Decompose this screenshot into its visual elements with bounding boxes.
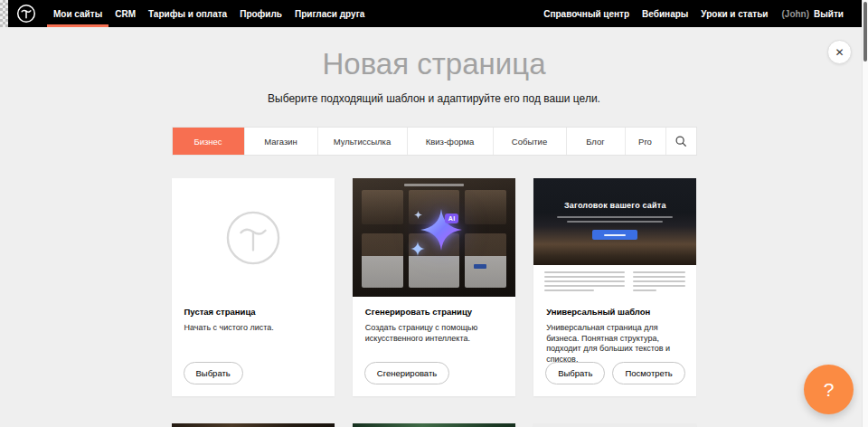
template-grid-row2 <box>172 423 697 427</box>
text-line-placeholder <box>633 285 686 287</box>
button-text-placeholder <box>604 234 626 236</box>
tab-multilink[interactable]: Мультиссылка <box>317 128 407 155</box>
card-actions: Сгенерировать <box>364 362 449 384</box>
preview-site-heading: Заголовок вашего сайта <box>533 178 696 210</box>
card-body: Пустая страница Начать с чистого листа. <box>172 297 335 334</box>
scrollbar[interactable] <box>862 0 868 427</box>
text-line-placeholder <box>544 285 624 287</box>
card-actions: Выбрать <box>184 362 243 384</box>
template-card-generate: AI Сгенерировать страницу Создать страни… <box>353 178 515 396</box>
main-nav: Мои сайты CRM Тарифы и оплата Профиль Пр… <box>47 0 371 27</box>
nav-profile[interactable]: Профиль <box>233 0 288 27</box>
nav-lessons[interactable]: Уроки и статьи <box>694 9 774 19</box>
choose-button[interactable]: Выбрать <box>545 362 605 384</box>
search-tab[interactable] <box>665 128 696 155</box>
top-navigation-bar: Мои сайты CRM Тарифы и оплата Профиль Пр… <box>0 0 868 27</box>
template-preview <box>533 423 696 427</box>
template-preview <box>172 423 335 427</box>
text-line-placeholder <box>557 216 673 218</box>
nav-my-sites[interactable]: Мои сайты <box>47 0 108 27</box>
card-body: Универсальный шаблон Универсальная стран… <box>533 297 696 365</box>
template-card[interactable] <box>172 423 335 427</box>
tab-event[interactable]: Событие <box>493 128 566 155</box>
generate-button[interactable]: Сгенерировать <box>364 362 449 384</box>
card-title: Универсальный шаблон <box>546 307 684 317</box>
tilda-mark-icon <box>225 210 281 266</box>
text-line-placeholder <box>567 221 663 223</box>
app-window: Мои сайты CRM Тарифы и оплата Профиль Пр… <box>0 0 868 427</box>
preview-text-column <box>544 271 624 294</box>
mini-button-placeholder <box>474 264 486 269</box>
mini-card-placeholder <box>465 190 506 224</box>
template-grid: Пустая страница Начать с чистого листа. … <box>172 178 697 396</box>
text-line-placeholder <box>544 276 624 278</box>
preview-text-section <box>533 265 696 294</box>
mini-card-placeholder <box>362 190 403 224</box>
ai-badge: AI <box>445 214 459 223</box>
text-line-placeholder <box>633 289 657 291</box>
tab-blog[interactable]: Блог <box>566 128 625 155</box>
template-preview <box>353 423 515 427</box>
tab-quiz-form[interactable]: Квиз-форма <box>407 128 493 155</box>
tilda-logo-icon <box>16 4 36 24</box>
text-line-placeholder <box>544 289 594 291</box>
page-title: Новая страница <box>0 49 868 80</box>
nav-tariffs[interactable]: Тарифы и оплата <box>142 0 233 27</box>
text-line-placeholder <box>633 280 686 282</box>
nav-invite-friend[interactable]: Пригласи друга <box>288 0 371 27</box>
tab-business[interactable]: Бизнес <box>173 128 244 155</box>
page-subtitle: Выберите подходящий шаблон и адаптируйте… <box>0 92 868 105</box>
template-card-universal: Заголовок вашего сайта <box>533 178 696 396</box>
nav-crm[interactable]: CRM <box>108 0 142 27</box>
text-line-placeholder <box>404 184 464 186</box>
card-title: Пустая страница <box>184 307 322 317</box>
view-button[interactable]: Посмотреть <box>612 362 684 384</box>
preview-hero: Заголовок вашего сайта <box>533 178 696 265</box>
template-category-tabs: Бизнес Магазин Мультиссылка Квиз-форма С… <box>172 127 697 156</box>
card-description: Универсальная страница для бизнеса. Поня… <box>546 323 684 365</box>
search-icon <box>675 135 687 147</box>
text-line-placeholder <box>633 271 686 273</box>
checkered-strip <box>0 0 8 27</box>
user-name: (John) <box>774 9 811 19</box>
card-title: Сгенерировать страницу <box>365 307 503 317</box>
mini-card-placeholder <box>465 233 506 288</box>
preview-text-column <box>633 271 686 294</box>
mini-card-placeholder <box>362 233 403 288</box>
nav-help-center[interactable]: Справочный центр <box>537 9 636 19</box>
card-description: Создать страницу с помощью искусственног… <box>365 323 503 344</box>
new-page-modal: ✕ Новая страница Выберите подходящий шаб… <box>0 27 868 427</box>
ai-sparkle-icon: AI <box>412 202 470 260</box>
close-icon: ✕ <box>835 47 844 58</box>
tilda-logo[interactable] <box>16 4 36 24</box>
card-body: Сгенерировать страницу Создать страницу … <box>353 297 515 344</box>
text-line-placeholder <box>633 276 686 278</box>
universal-preview: Заголовок вашего сайта <box>533 178 696 297</box>
ai-preview: AI <box>353 178 515 297</box>
close-button[interactable]: ✕ <box>827 40 852 64</box>
help-button[interactable]: ? <box>804 365 854 414</box>
blank-preview <box>172 178 335 297</box>
choose-button[interactable]: Выбрать <box>184 362 243 384</box>
text-line-placeholder <box>544 271 624 273</box>
preview-cta-button <box>592 230 637 240</box>
nav-logout[interactable]: Выйти <box>811 9 850 19</box>
template-card-blank: Пустая страница Начать с чистого листа. … <box>172 178 335 396</box>
scrollbar-thumb[interactable] <box>863 2 867 62</box>
card-description: Начать с чистого листа. <box>184 323 322 334</box>
tab-shop[interactable]: Магазин <box>244 128 317 155</box>
nav-webinars[interactable]: Вебинары <box>636 9 694 19</box>
template-card[interactable] <box>353 423 515 427</box>
card-actions: Выбрать Посмотреть <box>545 362 685 384</box>
text-line-placeholder <box>544 280 624 282</box>
secondary-nav: Справочный центр Вебинары Уроки и статьи… <box>537 0 868 27</box>
tab-pro[interactable]: Pro <box>625 128 665 155</box>
template-card[interactable] <box>533 423 696 427</box>
